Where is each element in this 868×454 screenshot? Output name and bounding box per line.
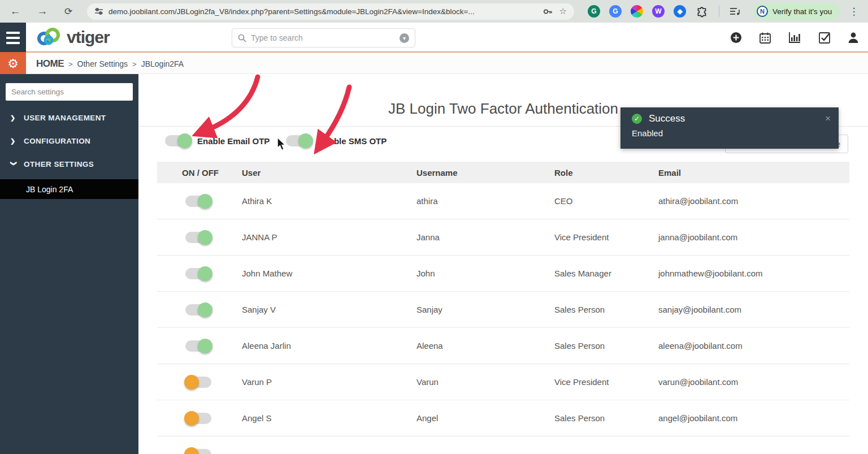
success-toast: ✓ Success × Enabled <box>620 107 839 149</box>
global-search-input[interactable] <box>251 33 400 42</box>
breadcrumb-home[interactable]: HOME <box>36 58 64 70</box>
table-body: Athira K athira CEO athira@joobilant.com… <box>157 183 849 454</box>
sidebar-section[interactable]: ❯ OTHER SETTINGS <box>0 153 138 176</box>
tab-list-icon[interactable] <box>730 7 741 16</box>
browser-back-button[interactable]: ← <box>7 5 24 18</box>
sidebar-section-label: CONFIGURATION <box>24 137 90 145</box>
cell-user: Athira K <box>242 196 416 206</box>
cell-role: Vice President <box>554 232 658 242</box>
sms-otp-toggle[interactable] <box>286 135 312 146</box>
color-wheel-icon[interactable] <box>631 5 643 18</box>
cell-user: Aleena Jarlin <box>242 341 416 351</box>
row-toggle[interactable] <box>185 340 211 352</box>
global-search[interactable]: ▾ <box>232 28 415 47</box>
wordtune-icon[interactable]: W <box>652 5 665 18</box>
toggle-knob <box>184 411 199 426</box>
cell-username: Angel <box>416 413 554 423</box>
toggle-knob <box>198 194 212 209</box>
vtiger-logo[interactable]: vtiger <box>35 27 110 47</box>
breadcrumb-bar: ⚙ HOME > Other Settings > JBLogin2FA <box>0 54 868 74</box>
cell-role: Sales Person <box>554 341 658 351</box>
sidebar-sections: ❯ USER MANAGEMENT ❯ CONFIGURATION ❯ OTHE… <box>0 106 138 176</box>
column-header: Username <box>416 168 554 178</box>
chevron-icon: ❯ <box>10 161 18 168</box>
table-row <box>157 436 849 454</box>
toggle-knob <box>298 133 313 148</box>
hamburger-menu-button[interactable] <box>0 23 26 53</box>
sidebar-section-label: OTHER SETTINGS <box>24 160 94 168</box>
row-toggle[interactable] <box>185 268 211 279</box>
sidebar-section[interactable]: ❯ USER MANAGEMENT <box>0 106 138 129</box>
email-otp-label: Enable Email OTP <box>197 136 270 146</box>
row-toggle[interactable] <box>185 377 211 388</box>
profile-icon[interactable] <box>848 32 859 44</box>
cell-role: Sales Person <box>554 413 658 423</box>
toggle-knob <box>177 133 192 148</box>
row-toggle[interactable] <box>185 449 211 454</box>
passwords-key-icon[interactable] <box>543 7 553 16</box>
translate-icon[interactable]: G <box>609 5 622 18</box>
sidebar-item-jb-login-2fa[interactable]: JB Login 2FA <box>0 179 138 199</box>
table-row: John Mathew John Sales Manager johnmathe… <box>157 256 849 292</box>
breadcrumb-separator: > <box>68 60 73 68</box>
water-drop-icon[interactable]: ◆ <box>674 5 686 18</box>
url-text: demo.joobilant.com/JBLogin2fa_V8/index.p… <box>108 7 543 16</box>
toggle-knob <box>184 375 199 390</box>
search-icon <box>238 34 246 42</box>
extensions-puzzle-icon[interactable] <box>696 6 708 18</box>
vtiger-settings-page: ← → ⟳ demo.joobilant.com/JBLogin2fa_V8/i… <box>0 0 868 454</box>
cell-username: athira <box>416 196 554 206</box>
cell-role: Sales Person <box>554 305 658 314</box>
cell-username: Varun <box>416 377 554 387</box>
verify-pill-label: Verify that it's you <box>772 7 832 16</box>
toggle-knob <box>198 266 212 281</box>
settings-sidebar: ❯ USER MANAGEMENT ❯ CONFIGURATION ❯ OTHE… <box>0 74 138 454</box>
browser-refresh-button[interactable]: ⟳ <box>60 6 77 18</box>
cell-role: CEO <box>554 196 658 206</box>
cell-email: sanjay@joobilant.com <box>658 305 849 314</box>
settings-search-input[interactable] <box>6 83 133 101</box>
toast-close-icon[interactable]: × <box>825 113 831 124</box>
toggle-knob <box>184 447 199 454</box>
email-otp-toggle[interactable] <box>165 135 191 146</box>
table-header-row: ON / OFFUserUsernameRoleEmail <box>157 162 849 183</box>
row-toggle[interactable] <box>185 304 211 315</box>
browser-forward-button[interactable]: → <box>34 5 51 18</box>
toast-message: Enabled <box>620 124 839 138</box>
row-toggle[interactable] <box>185 413 211 424</box>
table-row: Varun P Varun Vice President varun@joobi… <box>157 364 849 400</box>
cell-role: Vice President <box>554 377 658 387</box>
toggle-knob <box>198 230 212 245</box>
grammarly-icon[interactable]: G <box>588 5 600 18</box>
column-header: User <box>242 168 416 178</box>
column-header: ON / OFF <box>157 168 242 178</box>
table-row: JANNA P Janna Vice President janna@joobi… <box>157 219 849 256</box>
row-toggle[interactable] <box>185 232 211 243</box>
cell-email: janna@joobilant.com <box>658 232 849 242</box>
toast-title: Success <box>649 113 825 124</box>
url-bar[interactable]: demo.joobilant.com/JBLogin2fa_V8/index.p… <box>87 3 574 20</box>
table-row: Sanjay V Sanjay Sales Person sanjay@joob… <box>157 292 849 328</box>
users-2fa-table: ON / OFFUserUsernameRoleEmail Athira K a… <box>157 162 849 454</box>
toolbar-divider <box>719 6 719 17</box>
row-toggle[interactable] <box>185 196 211 207</box>
cell-user: Angel S <box>242 413 416 423</box>
quick-add-icon[interactable] <box>730 32 742 44</box>
browser-menu-icon[interactable]: ⋮ <box>849 6 858 18</box>
settings-gear-icon[interactable]: ⚙ <box>0 52 26 75</box>
cell-email: johnmathew@joobilant.com <box>658 269 849 278</box>
bookmark-star-icon[interactable]: ☆ <box>559 6 567 16</box>
search-scope-dropdown-icon[interactable]: ▾ <box>400 33 409 43</box>
tasks-check-icon[interactable] <box>818 32 831 44</box>
cell-email: aleena@joobilant.com <box>658 341 849 351</box>
site-info-icon[interactable] <box>94 7 103 15</box>
success-check-icon: ✓ <box>632 114 642 124</box>
app-header: vtiger ▾ <box>0 23 868 53</box>
breadcrumb-other-settings[interactable]: Other Settings <box>77 59 128 68</box>
breadcrumb-jblogin2fa: JBLogin2FA <box>141 59 184 68</box>
calendar-icon[interactable] <box>759 32 771 44</box>
table-row: Aleena Jarlin Aleena Sales Person aleena… <box>157 328 849 364</box>
sidebar-section[interactable]: ❯ CONFIGURATION <box>0 129 138 153</box>
reports-chart-icon[interactable] <box>788 32 801 44</box>
verify-pill-button[interactable]: N Verify that it's you <box>753 3 840 20</box>
